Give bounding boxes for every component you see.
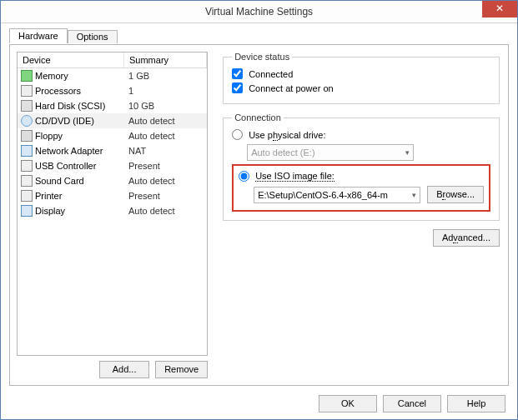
connection-group: Connection Use physical drive: Auto dete…: [223, 112, 500, 221]
device-status-legend: Device status: [232, 52, 292, 62]
use-physical-radio[interactable]: [232, 129, 243, 140]
device-list-header: Device Summary: [18, 52, 207, 68]
dialog-footer: OK Cancel Help: [315, 395, 505, 412]
connection-legend: Connection: [232, 112, 284, 122]
window-title: Virtual Machine Settings: [205, 6, 313, 18]
network-icon: [21, 145, 33, 157]
highlight-box: Use ISO image file: E:\Setup\CentOS-6.4-…: [232, 164, 490, 212]
device-list: Device Summary Memory 1 GB Processors 1: [17, 52, 208, 356]
left-column: Device Summary Memory 1 GB Processors 1: [10, 45, 214, 385]
tab-panel: Device Summary Memory 1 GB Processors 1: [9, 44, 509, 386]
left-buttons: Add... Remove: [17, 356, 208, 378]
add-button[interactable]: Add...: [99, 361, 149, 378]
browse-button[interactable]: Browse...: [427, 186, 484, 203]
list-item[interactable]: Display Auto detect: [18, 203, 207, 218]
display-icon: [21, 205, 33, 217]
iso-path-select[interactable]: E:\Setup\CentOS-6.4-x86_64-m: [254, 187, 420, 203]
list-item[interactable]: CD/DVD (IDE) Auto detect: [18, 113, 207, 128]
list-item[interactable]: Memory 1 GB: [18, 68, 207, 83]
connected-checkbox[interactable]: [232, 68, 243, 79]
cd-icon: [21, 115, 33, 127]
use-physical-label: Use physical drive:: [249, 130, 325, 140]
floppy-icon: [21, 130, 33, 142]
disk-icon: [21, 100, 33, 112]
help-button[interactable]: Help: [447, 395, 505, 412]
use-iso-radio[interactable]: [239, 171, 249, 182]
usb-icon: [21, 160, 33, 172]
tab-hardware[interactable]: Hardware: [9, 28, 68, 43]
tab-options[interactable]: Options: [68, 30, 118, 43]
list-item[interactable]: Hard Disk (SCSI) 10 GB: [18, 98, 207, 113]
list-item[interactable]: Processors 1: [18, 83, 207, 98]
sound-icon: [21, 175, 33, 187]
list-item[interactable]: Printer Present: [18, 188, 207, 203]
remove-button[interactable]: Remove: [155, 361, 208, 378]
close-icon[interactable]: ✕: [482, 1, 517, 18]
content-area: HardwareOptions Device Summary Memory 1 …: [9, 28, 509, 386]
device-status-group: Device status Connected Connect at power…: [223, 52, 500, 104]
advanced-button[interactable]: Advanced...: [433, 229, 500, 247]
list-item[interactable]: Sound Card Auto detect: [18, 173, 207, 188]
right-column: Device status Connected Connect at power…: [214, 45, 508, 385]
tab-strip: HardwareOptions: [9, 28, 509, 44]
memory-icon: [21, 70, 33, 82]
connect-poweron-label: Connect at power on: [249, 83, 334, 93]
connect-poweron-checkbox[interactable]: [232, 82, 243, 93]
cancel-button[interactable]: Cancel: [383, 395, 441, 412]
physical-drive-select[interactable]: Auto detect (E:): [247, 144, 414, 161]
list-item[interactable]: USB Controller Present: [18, 158, 207, 173]
list-item[interactable]: Network Adapter NAT: [18, 143, 207, 158]
list-item[interactable]: Floppy Auto detect: [18, 128, 207, 143]
use-iso-label: Use ISO image file:: [255, 171, 334, 182]
titlebar: Virtual Machine Settings ✕: [1, 1, 517, 23]
col-header-summary[interactable]: Summary: [124, 52, 207, 68]
right-buttons: Advanced...: [223, 229, 500, 247]
connected-label: Connected: [249, 69, 293, 79]
printer-icon: [21, 190, 33, 202]
col-header-device[interactable]: Device: [18, 52, 124, 68]
settings-window: Virtual Machine Settings ✕ HardwareOptio…: [0, 0, 518, 420]
cpu-icon: [21, 85, 33, 97]
ok-button[interactable]: OK: [319, 395, 377, 412]
